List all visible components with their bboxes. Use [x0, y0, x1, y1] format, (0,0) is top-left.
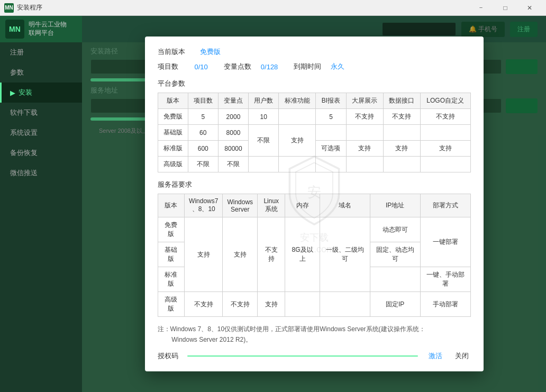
auth-label: 授权码 [158, 351, 179, 361]
stats-row: 项目数 0/10 变量点数 0/128 到期时间 永久 [158, 62, 471, 71]
modal-overlay: 当前版本 免费版 项目数 0/10 变量点数 0/128 到期时间 永 [82, 16, 546, 392]
sidebar-item-label: 注册 [10, 48, 24, 57]
col-logo: LOGO自定义 [420, 93, 470, 109]
expire-label: 到期时间 [294, 62, 325, 71]
projects-value: 0/10 [195, 63, 208, 71]
vars-label: 变量点数 [224, 62, 256, 71]
col-dataapi: 数据接口 [383, 93, 420, 109]
srv-col-ip: IP地址 [370, 194, 420, 217]
version-row: 当前版本 免费版 [158, 47, 471, 57]
app-container: MN 明牛云工业物 联网平台 注册 参数 ▶ 安装 软件下载 系统设置 备份恢复… [0, 16, 546, 392]
sidebar-item-params[interactable]: 参数 [0, 62, 82, 83]
col-version: 版本 [158, 93, 188, 109]
sidebar-item-label: 备份恢复 [10, 148, 38, 158]
sidebar-item-install[interactable]: ▶ 安装 [0, 83, 82, 103]
platform-table: 版本 项目数 变量点 用户数 标准功能 BI报表 大屏展示 数据接口 LOGO自… [158, 93, 471, 172]
table-row: 免费版 5 2000 10 5 不支持 不支持 不支持 [158, 109, 470, 125]
sidebar-item-label: 系统设置 [10, 128, 38, 138]
app-icon: MN [4, 3, 14, 13]
footer-note: 注：Windows 7、8、10仅供测试时使用，正式部署请使用Windows S… [158, 324, 471, 344]
sidebar-item-label: 软件下载 [10, 108, 38, 117]
sidebar-item-label: 参数 [10, 68, 24, 77]
server-title: 服务器要求 [158, 180, 471, 189]
sidebar-logo: MN 明牛云工业物 联网平台 [0, 16, 82, 42]
logo-icon: MN [5, 20, 24, 39]
srv-col-domain: 域名 [320, 194, 370, 217]
srv-col-win7: Windows7、8、10 [185, 194, 223, 217]
sidebar: MN 明牛云工业物 联网平台 注册 参数 ▶ 安装 软件下载 系统设置 备份恢复… [0, 16, 82, 392]
sidebar-item-label: 微信推送 [10, 168, 38, 178]
table-row: 高级版 不支持 不支持 支持 固定IP 手动部署 [158, 292, 470, 317]
sidebar-item-wechat[interactable]: 微信推送 [0, 163, 82, 183]
col-standard: 标准功能 [279, 93, 316, 109]
server-table: 版本 Windows7、8、10 WindowsServer Linux系统 内… [158, 194, 471, 317]
expire-value: 永久 [331, 62, 344, 71]
sidebar-item-download[interactable]: 软件下载 [0, 103, 82, 123]
col-vars: 变量点 [218, 93, 248, 109]
table-row: 免费版 支持 支持 不支持 8G及以上 一级、二级均可 动态即可 一键部署 [158, 217, 470, 242]
auth-input-line[interactable] [187, 355, 418, 357]
srv-col-deploy: 部署方式 [420, 194, 470, 217]
sidebar-item-settings[interactable]: 系统设置 [0, 123, 82, 143]
col-bi: BI报表 [316, 93, 346, 109]
vars-value: 0/128 [261, 63, 278, 71]
logo-text: 明牛云工业物 联网平台 [29, 21, 67, 37]
close-modal-button[interactable]: 关闭 [453, 351, 471, 361]
srv-col-winserver: WindowsServer [223, 194, 258, 217]
main-content: 🔔 手机号 注册 安装路径 服务地址 Server 2008及以上） [82, 16, 546, 392]
table-row: 基础版 60 8000 不限 支持 [158, 125, 470, 141]
titlebar: MN 安装程序 － □ ✕ [0, 0, 546, 16]
minimize-button[interactable]: － [469, 0, 493, 16]
modal-dialog: 当前版本 免费版 项目数 0/10 变量点数 0/128 到期时间 永 [145, 37, 484, 371]
col-projects: 项目数 [188, 93, 218, 109]
version-label: 当前版本 [158, 47, 189, 57]
col-users: 用户数 [249, 93, 279, 109]
version-value: 免费版 [200, 47, 221, 57]
activate-button[interactable]: 激活 [426, 351, 444, 361]
sidebar-item-backup[interactable]: 备份恢复 [0, 143, 82, 163]
footer-actions: 授权码 激活 关闭 [158, 351, 471, 361]
close-button[interactable]: ✕ [517, 0, 542, 16]
srv-col-mem: 内存 [285, 194, 320, 217]
titlebar-title: 安装程序 [17, 3, 42, 12]
restore-button[interactable]: □ [493, 0, 517, 16]
col-bigscreen: 大屏展示 [346, 93, 383, 109]
srv-col-linux: Linux系统 [258, 194, 285, 217]
table-row: 高级版 不限 不限 [158, 157, 470, 172]
srv-col-version: 版本 [158, 194, 185, 217]
platform-title: 平台参数 [158, 79, 471, 88]
projects-label: 项目数 [158, 62, 189, 71]
window-controls: － □ ✕ [469, 0, 542, 16]
sidebar-item-register[interactable]: 注册 [0, 42, 82, 62]
sidebar-item-label: 安装 [19, 88, 32, 97]
